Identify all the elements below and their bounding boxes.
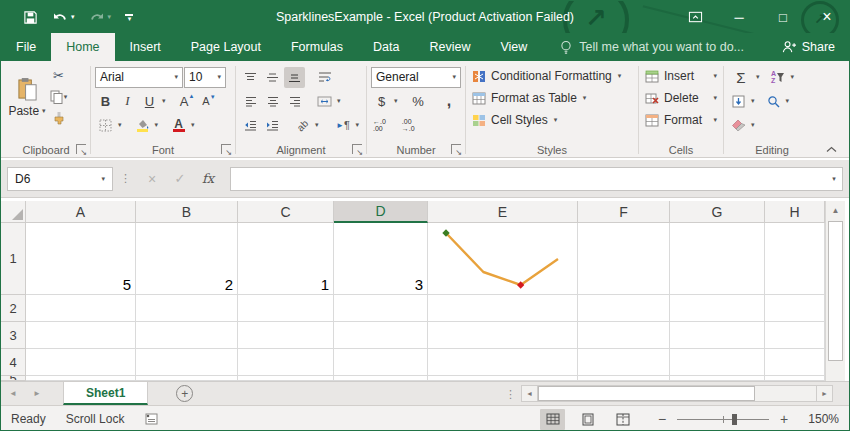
save-button[interactable] [23,10,38,25]
page-layout-view-button[interactable] [575,409,600,430]
orientation-button[interactable]: ab [292,115,313,136]
horizontal-scrollbar[interactable]: ◄ ► [521,385,833,402]
cell-B3[interactable] [136,322,238,349]
tab-scroll-splitter[interactable]: ⋮ [505,382,516,406]
scroll-left-arrow[interactable]: ◄ [521,385,538,402]
increase-decimal-button[interactable]: ←.0.00 [371,118,388,132]
cell-H3[interactable] [765,322,825,349]
number-dialog-launcher[interactable]: ↘ [451,144,461,154]
font-dialog-launcher[interactable]: ↘ [221,144,231,154]
increase-font-size-button[interactable]: A▲ [177,91,198,112]
accounting-format-button[interactable]: $ [371,91,392,112]
comma-style-button[interactable]: , [439,91,460,112]
minimize-button[interactable]: ─ [717,1,761,33]
cell-styles-button[interactable]: Cell Styles ▾ [470,109,634,131]
zoom-in-button[interactable]: + [773,411,795,427]
zoom-slider-handle[interactable] [732,414,737,425]
sort-filter-button[interactable]: AZ [768,67,789,88]
row-header-2[interactable]: 2 [1,295,26,322]
insert-function-button[interactable]: fx [194,167,222,191]
cell-F1[interactable] [578,223,670,295]
formula-input[interactable] [230,167,825,191]
scroll-up-arrow[interactable]: ▲ [826,201,845,219]
redo-button[interactable]: ▾ [89,10,112,24]
tab-review[interactable]: Review [414,33,485,61]
italic-button[interactable]: I [117,91,138,112]
decrease-font-size-button[interactable]: A▼ [199,91,220,112]
undo-button[interactable]: ▾ [52,10,75,24]
decrease-indent-button[interactable] [240,115,261,136]
cell-F3[interactable] [578,322,670,349]
expand-formula-bar-button[interactable]: ▾ [825,167,843,191]
column-header-C[interactable]: C [238,201,334,223]
customize-qat-button[interactable]: ▾ [125,14,133,21]
wrap-text-button[interactable] [314,67,335,88]
cell-E1[interactable] [428,223,578,295]
number-format-select[interactable]: General▾ [371,67,461,88]
cell-D2[interactable] [334,295,428,322]
autosum-dropdown-icon[interactable]: ▾ [756,73,760,81]
row-header-1[interactable]: 1 [1,223,26,295]
borders-dropdown-icon[interactable]: ▾ [118,121,122,129]
formula-bar-splitter[interactable]: ⋮ [120,172,131,185]
row-header-3[interactable]: 3 [1,322,26,349]
cancel-button[interactable]: × [138,167,166,191]
cell-G4[interactable] [670,349,765,376]
cell-H1[interactable] [765,223,825,295]
tab-home[interactable]: Home [51,33,114,61]
cell-H4[interactable] [765,349,825,376]
merge-dropdown-icon[interactable]: ▾ [337,97,341,105]
clear-button[interactable] [728,115,749,136]
page-break-preview-button[interactable] [610,409,635,430]
font-size-select[interactable]: 10▾ [184,67,226,88]
bold-button[interactable]: B [95,91,116,112]
zoom-out-button[interactable]: − [651,411,673,427]
cell-C4[interactable] [238,349,334,376]
format-painter-button[interactable] [48,107,69,128]
vertical-scroll-thumb[interactable] [828,221,843,361]
font-name-select[interactable]: Arial▾ [95,67,183,88]
column-header-G[interactable]: G [670,201,765,223]
clear-dropdown-icon[interactable]: ▾ [751,121,755,129]
underline-dropdown-icon[interactable]: ▾ [162,97,166,105]
select-all-corner[interactable] [1,201,26,223]
conditional-formatting-button[interactable]: Conditional Formatting ▾ [470,65,634,87]
cell-B4[interactable] [136,349,238,376]
cell-D1[interactable]: 3 [334,223,428,295]
find-dropdown-icon[interactable]: ▾ [786,97,790,105]
share-button[interactable]: Share [767,33,849,61]
zoom-level[interactable]: 150% [795,412,839,426]
top-align-button[interactable] [240,67,261,88]
cell-G1[interactable] [670,223,765,295]
cell-G2[interactable] [670,295,765,322]
alignment-dialog-launcher[interactable]: ↘ [352,144,362,154]
normal-view-button[interactable] [540,409,565,430]
horizontal-scroll-thumb[interactable] [538,386,755,401]
zoom-slider[interactable] [677,419,769,420]
cell-A2[interactable] [26,295,136,322]
name-box[interactable]: D6 ▾ [7,167,113,191]
format-cells-button[interactable]: Format ▾ [643,109,719,131]
cell-C3[interactable] [238,322,334,349]
insert-cells-button[interactable]: Insert ▾ [643,65,719,87]
text-direction-button[interactable]: ►¶ [333,115,354,136]
cell-A1[interactable]: 5 [26,223,136,295]
align-left-button[interactable] [240,91,261,112]
sheet-tab-sheet1[interactable]: Sheet1 [63,382,148,405]
center-button[interactable] [262,91,283,112]
tab-page-layout[interactable]: Page Layout [176,33,276,61]
percent-style-button[interactable]: % [408,91,429,112]
column-header-A[interactable]: A [26,201,136,223]
enter-button[interactable]: ✓ [166,167,194,191]
new-sheet-button[interactable]: + [176,385,193,402]
maximize-button[interactable]: □ [761,1,805,33]
collapse-ribbon-button[interactable] [826,146,837,153]
copy-button[interactable]: ▾ [48,86,69,107]
tell-me-box[interactable]: Tell me what you want to do... [560,33,744,61]
horizontal-scroll-track[interactable] [538,385,816,402]
sort-dropdown-icon[interactable]: ▾ [791,73,795,81]
cell-E2[interactable] [428,295,578,322]
cell-A4[interactable] [26,349,136,376]
underline-button[interactable]: U [139,91,160,112]
font-color-dropdown-icon[interactable]: ▾ [191,121,195,129]
